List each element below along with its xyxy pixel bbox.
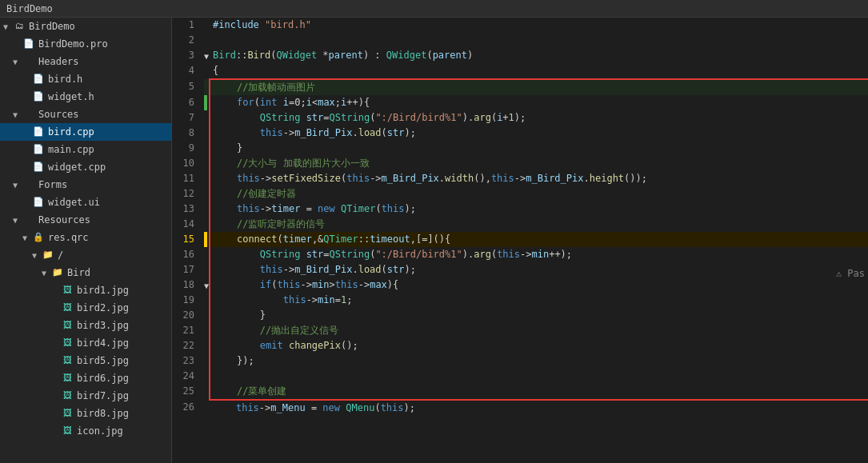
sidebar-item-bird-cpp[interactable]: 📄 bird.cpp	[0, 123, 171, 141]
table-row: 13 this->timer = new QTimer(this);	[172, 202, 868, 217]
line-number: 19	[172, 293, 204, 308]
line-number: 3	[172, 48, 204, 63]
sidebar-label: bird.cpp	[48, 126, 94, 138]
line-number: 1	[172, 18, 204, 33]
table-row: 6 for(int i=0;i<max;i++){	[172, 95, 868, 110]
line-gutter	[204, 369, 210, 384]
line-number: 4	[172, 63, 204, 79]
line-number: 7	[172, 110, 204, 126]
table-row: 9 }	[172, 141, 868, 156]
code-line: }	[210, 308, 868, 323]
sidebar-item-res-qrc[interactable]: 🔒 res.qrc	[0, 229, 171, 246]
code-line: Bird::Bird(QWidget *parent) : QWidget(pa…	[210, 48, 868, 63]
line-gutter	[204, 232, 210, 247]
sidebar-item-birddemo-pro[interactable]: 📄 BirdDemo.pro	[0, 35, 171, 53]
table-row: 2	[172, 33, 868, 48]
code-line: QString str=QString(":/Bird/bird%1").arg…	[210, 247, 868, 262]
code-line	[210, 369, 868, 384]
line-gutter: ▼	[204, 277, 210, 293]
sidebar-item-bird-h[interactable]: 📄 bird.h	[0, 70, 171, 88]
sidebar-item-slash[interactable]: 📁 /	[0, 246, 171, 264]
sidebar-label: bird3.jpg	[77, 320, 129, 331]
code-line: //大小与 加载的图片大小一致	[210, 156, 868, 171]
sidebar-item-widget-ui[interactable]: 📄 widget.ui	[0, 194, 171, 211]
line-number: 13	[172, 202, 204, 217]
sidebar-label: bird5.jpg	[77, 355, 129, 366]
line-number: 5	[172, 79, 204, 95]
sidebar-item-widget-cpp[interactable]: 📄 widget.cpp	[0, 158, 171, 176]
lock-icon: 🔒	[32, 232, 45, 243]
code-line: //菜单创建	[210, 384, 868, 400]
sidebar-label: Sources	[38, 109, 79, 120]
code-line: if(this->min>this->max){	[210, 277, 868, 293]
sidebar-label: BirdDemo.pro	[38, 38, 108, 50]
table-row: 1 #include "bird.h"	[172, 18, 868, 33]
sidebar-item-icon-jpg[interactable]: 🖼 icon.jpg	[0, 422, 171, 440]
sidebar-item-bird1[interactable]: 🖼 bird1.jpg	[0, 281, 171, 299]
code-line: });	[210, 353, 868, 369]
file-icon: 📄	[32, 126, 45, 138]
sidebar-item-bird-folder[interactable]: 📁 Bird	[0, 264, 171, 281]
sidebar-project-label: BirdDemo	[29, 21, 75, 32]
image-icon: 🖼	[61, 390, 74, 401]
line-number: 9	[172, 141, 204, 156]
image-icon: 🖼	[61, 408, 74, 419]
sidebar-item-main-cpp[interactable]: 📄 main.cpp	[0, 141, 171, 158]
sidebar-item-widget-h[interactable]: 📄 widget.h	[0, 88, 171, 106]
sidebar-label: res.qrc	[48, 232, 89, 243]
sidebar-label: icon.jpg	[77, 425, 123, 437]
code-editor[interactable]: ⚠ Pas 1 #include "bird.h" 2	[172, 18, 868, 463]
table-row: 10 //大小与 加载的图片大小一致	[172, 156, 868, 171]
sidebar-item-bird7[interactable]: 🖼 bird7.jpg	[0, 387, 171, 405]
sidebar[interactable]: 🗂 BirdDemo 📄 BirdDemo.pro Headers 📄 bird…	[0, 18, 172, 463]
table-row: 11 this->setFixedSize(this->m_Bird_Pix.w…	[172, 171, 868, 186]
sidebar-item-bird5[interactable]: 🖼 bird5.jpg	[0, 352, 171, 369]
sidebar-project-root[interactable]: 🗂 BirdDemo	[0, 18, 171, 35]
line-number: 12	[172, 186, 204, 202]
line-number: 25	[172, 384, 204, 400]
code-line: emit changePix();	[210, 338, 868, 353]
sidebar-item-bird2[interactable]: 🖼 bird2.jpg	[0, 299, 171, 317]
line-gutter	[204, 141, 210, 156]
sidebar-label: widget.h	[48, 91, 94, 102]
file-icon: 📄	[32, 91, 45, 102]
line-gutter	[204, 18, 210, 33]
sidebar-label: bird7.jpg	[77, 390, 129, 401]
line-gutter	[204, 338, 210, 353]
sidebar-item-bird8[interactable]: 🖼 bird8.jpg	[0, 405, 171, 422]
sidebar-label: Forms	[38, 179, 67, 190]
table-row: 23 });	[172, 353, 868, 369]
sidebar-item-forms[interactable]: Forms	[0, 176, 171, 194]
sidebar-item-bird6[interactable]: 🖼 bird6.jpg	[0, 369, 171, 387]
image-icon: 🖼	[61, 355, 74, 366]
sidebar-item-resources[interactable]: Resources	[0, 211, 171, 229]
code-line: //抛出自定义信号	[210, 323, 868, 338]
line-number: 18	[172, 277, 204, 293]
table-row: 24	[172, 369, 868, 384]
line-gutter	[204, 33, 210, 48]
table-row: 5 //加载帧动画图片	[172, 79, 868, 95]
line-number: 17	[172, 262, 204, 277]
sidebar-item-headers[interactable]: Headers	[0, 53, 171, 70]
sidebar-item-sources[interactable]: Sources	[0, 106, 171, 123]
titlebar: BirdDemo	[0, 0, 868, 18]
table-row: 17 this->m_Bird_Pix.load(str);	[172, 262, 868, 277]
code-line: this->m_Bird_Pix.load(str);	[210, 126, 868, 141]
image-icon: 🖼	[61, 285, 74, 296]
table-row: 8 this->m_Bird_Pix.load(str);	[172, 126, 868, 141]
line-gutter	[204, 95, 210, 110]
line-gutter	[204, 202, 210, 217]
code-editor-container: ⚠ Pas 1 #include "bird.h" 2	[172, 18, 868, 463]
line-number: 21	[172, 323, 204, 338]
line-number: 11	[172, 171, 204, 186]
code-line: {	[210, 63, 868, 79]
table-row: 26 this->m_Menu = new QMenu(this);	[172, 400, 868, 416]
sidebar-item-bird3[interactable]: 🖼 bird3.jpg	[0, 317, 171, 334]
file-icon: 📄	[32, 162, 45, 173]
sidebar-item-bird4[interactable]: 🖼 bird4.jpg	[0, 334, 171, 352]
folder-icon	[22, 109, 35, 120]
sidebar-label: widget.ui	[48, 197, 100, 208]
image-icon: 🖼	[61, 373, 74, 384]
folder-icon	[22, 214, 35, 226]
code-line: this->m_Menu = new QMenu(this);	[210, 400, 868, 416]
